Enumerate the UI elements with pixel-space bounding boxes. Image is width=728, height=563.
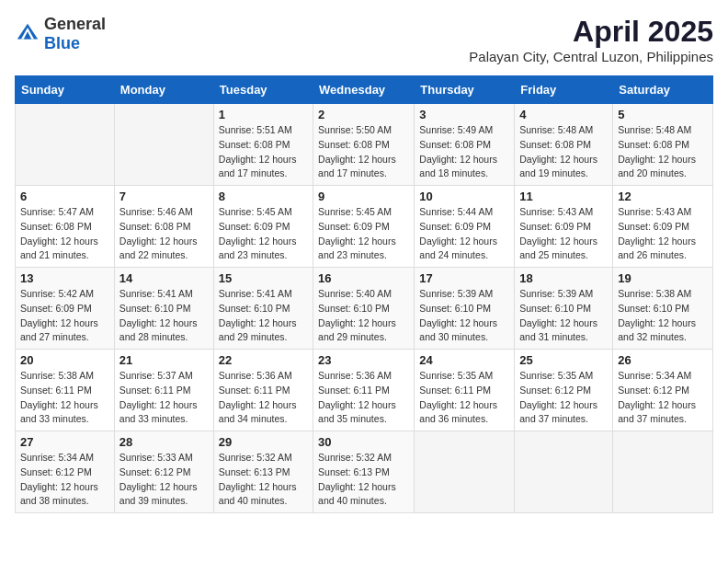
weekday-header-thursday: Thursday: [415, 76, 515, 104]
day-number: 20: [20, 353, 109, 367]
cell-info: Sunrise: 5:39 AMSunset: 6:10 PMDaylight:…: [519, 288, 597, 342]
week-row-3: 13Sunrise: 5:42 AMSunset: 6:09 PMDayligh…: [16, 268, 713, 350]
day-number: 21: [119, 353, 209, 367]
weekday-header-friday: Friday: [515, 76, 613, 104]
cell-info: Sunrise: 5:36 AMSunset: 6:11 PMDaylight:…: [318, 370, 396, 424]
week-row-2: 6Sunrise: 5:47 AMSunset: 6:08 PMDaylight…: [16, 186, 713, 268]
logo-general: General: [44, 15, 106, 33]
calendar-cell: 10Sunrise: 5:44 AMSunset: 6:09 PMDayligh…: [415, 186, 515, 268]
day-number: 14: [119, 271, 209, 285]
calendar-cell: 3Sunrise: 5:49 AMSunset: 6:08 PMDaylight…: [415, 104, 515, 186]
calendar-cell: 26Sunrise: 5:34 AMSunset: 6:12 PMDayligh…: [613, 350, 713, 431]
calendar-cell: 6Sunrise: 5:47 AMSunset: 6:08 PMDaylight…: [16, 186, 115, 268]
calendar-cell: 27Sunrise: 5:34 AMSunset: 6:12 PMDayligh…: [16, 431, 115, 513]
calendar-table: SundayMondayTuesdayWednesdayThursdayFrid…: [15, 75, 713, 513]
calendar-cell: [613, 431, 713, 513]
day-number: 17: [419, 271, 509, 285]
day-number: 4: [519, 108, 608, 121]
calendar-cell: [515, 431, 613, 513]
calendar-cell: 21Sunrise: 5:37 AMSunset: 6:11 PMDayligh…: [114, 350, 213, 431]
day-number: 29: [219, 435, 308, 449]
logo-blue: Blue: [44, 34, 80, 52]
cell-info: Sunrise: 5:50 AMSunset: 6:08 PMDaylight:…: [318, 124, 396, 178]
cell-info: Sunrise: 5:51 AMSunset: 6:08 PMDaylight:…: [219, 124, 297, 178]
day-number: 6: [20, 190, 109, 203]
week-row-5: 27Sunrise: 5:34 AMSunset: 6:12 PMDayligh…: [16, 431, 713, 513]
calendar-cell: 13Sunrise: 5:42 AMSunset: 6:09 PMDayligh…: [16, 268, 115, 350]
day-number: 12: [618, 190, 708, 203]
cell-info: Sunrise: 5:33 AMSunset: 6:12 PMDaylight:…: [119, 452, 198, 506]
cell-info: Sunrise: 5:48 AMSunset: 6:08 PMDaylight:…: [618, 124, 696, 178]
day-number: 10: [419, 190, 509, 203]
day-number: 13: [20, 271, 109, 285]
calendar-cell: 17Sunrise: 5:39 AMSunset: 6:10 PMDayligh…: [415, 268, 515, 350]
calendar-cell: 2Sunrise: 5:50 AMSunset: 6:08 PMDaylight…: [313, 104, 415, 186]
weekday-header-tuesday: Tuesday: [213, 76, 313, 104]
cell-info: Sunrise: 5:39 AMSunset: 6:10 PMDaylight:…: [419, 288, 497, 342]
day-number: 26: [618, 353, 708, 367]
calendar-cell: 11Sunrise: 5:43 AMSunset: 6:09 PMDayligh…: [515, 186, 613, 268]
calendar-cell: [415, 431, 515, 513]
logo-icon: [15, 21, 40, 47]
day-number: 11: [519, 190, 608, 203]
header: General Blue April 2025 Palayan City, Ce…: [15, 15, 713, 64]
weekday-header-row: SundayMondayTuesdayWednesdayThursdayFrid…: [16, 76, 713, 104]
cell-info: Sunrise: 5:32 AMSunset: 6:13 PMDaylight:…: [219, 452, 297, 506]
cell-info: Sunrise: 5:38 AMSunset: 6:10 PMDaylight:…: [618, 288, 696, 342]
calendar-cell: 24Sunrise: 5:35 AMSunset: 6:11 PMDayligh…: [415, 350, 515, 431]
cell-info: Sunrise: 5:41 AMSunset: 6:10 PMDaylight:…: [219, 288, 297, 342]
cell-info: Sunrise: 5:34 AMSunset: 6:12 PMDaylight:…: [20, 452, 98, 506]
day-number: 28: [119, 435, 209, 449]
calendar-cell: 30Sunrise: 5:32 AMSunset: 6:13 PMDayligh…: [313, 431, 415, 513]
calendar-cell: 18Sunrise: 5:39 AMSunset: 6:10 PMDayligh…: [515, 268, 613, 350]
main-title: April 2025: [469, 15, 713, 49]
cell-info: Sunrise: 5:43 AMSunset: 6:09 PMDaylight:…: [519, 206, 597, 260]
weekday-header-sunday: Sunday: [16, 76, 115, 104]
day-number: 30: [318, 435, 409, 449]
day-number: 1: [219, 108, 308, 121]
cell-info: Sunrise: 5:38 AMSunset: 6:11 PMDaylight:…: [20, 370, 98, 424]
cell-info: Sunrise: 5:48 AMSunset: 6:08 PMDaylight:…: [519, 124, 597, 178]
calendar-cell: 16Sunrise: 5:40 AMSunset: 6:10 PMDayligh…: [313, 268, 415, 350]
cell-info: Sunrise: 5:40 AMSunset: 6:10 PMDaylight:…: [318, 288, 396, 342]
week-row-1: 1Sunrise: 5:51 AMSunset: 6:08 PMDaylight…: [16, 104, 713, 186]
cell-info: Sunrise: 5:42 AMSunset: 6:09 PMDaylight:…: [20, 288, 98, 342]
cell-info: Sunrise: 5:43 AMSunset: 6:09 PMDaylight:…: [618, 206, 696, 260]
title-area: April 2025 Palayan City, Central Luzon, …: [469, 15, 713, 64]
cell-info: Sunrise: 5:41 AMSunset: 6:10 PMDaylight:…: [119, 288, 198, 342]
calendar-cell: [114, 104, 213, 186]
calendar-cell: 19Sunrise: 5:38 AMSunset: 6:10 PMDayligh…: [613, 268, 713, 350]
day-number: 27: [20, 435, 109, 449]
day-number: 8: [219, 190, 308, 203]
calendar-cell: 8Sunrise: 5:45 AMSunset: 6:09 PMDaylight…: [213, 186, 313, 268]
weekday-header-wednesday: Wednesday: [313, 76, 415, 104]
weekday-header-saturday: Saturday: [613, 76, 713, 104]
calendar-cell: 5Sunrise: 5:48 AMSunset: 6:08 PMDaylight…: [613, 104, 713, 186]
day-number: 3: [419, 108, 509, 121]
day-number: 2: [318, 108, 409, 121]
calendar-cell: 22Sunrise: 5:36 AMSunset: 6:11 PMDayligh…: [213, 350, 313, 431]
calendar-cell: 7Sunrise: 5:46 AMSunset: 6:08 PMDaylight…: [114, 186, 213, 268]
day-number: 15: [219, 271, 308, 285]
calendar-cell: 28Sunrise: 5:33 AMSunset: 6:12 PMDayligh…: [114, 431, 213, 513]
day-number: 18: [519, 271, 608, 285]
logo: General Blue: [15, 15, 106, 53]
cell-info: Sunrise: 5:45 AMSunset: 6:09 PMDaylight:…: [219, 206, 297, 260]
day-number: 23: [318, 353, 409, 367]
day-number: 19: [618, 271, 708, 285]
cell-info: Sunrise: 5:32 AMSunset: 6:13 PMDaylight:…: [318, 452, 396, 506]
calendar-cell: 29Sunrise: 5:32 AMSunset: 6:13 PMDayligh…: [213, 431, 313, 513]
day-number: 7: [119, 190, 209, 203]
calendar-cell: 9Sunrise: 5:45 AMSunset: 6:09 PMDaylight…: [313, 186, 415, 268]
calendar-cell: 20Sunrise: 5:38 AMSunset: 6:11 PMDayligh…: [16, 350, 115, 431]
calendar-cell: 15Sunrise: 5:41 AMSunset: 6:10 PMDayligh…: [213, 268, 313, 350]
cell-info: Sunrise: 5:35 AMSunset: 6:11 PMDaylight:…: [419, 370, 497, 424]
weekday-header-monday: Monday: [114, 76, 213, 104]
day-number: 25: [519, 353, 608, 367]
calendar-cell: 12Sunrise: 5:43 AMSunset: 6:09 PMDayligh…: [613, 186, 713, 268]
subtitle: Palayan City, Central Luzon, Philippines: [469, 49, 713, 64]
day-number: 16: [318, 271, 409, 285]
logo-text: General Blue: [44, 15, 106, 53]
day-number: 9: [318, 190, 409, 203]
calendar-cell: 14Sunrise: 5:41 AMSunset: 6:10 PMDayligh…: [114, 268, 213, 350]
